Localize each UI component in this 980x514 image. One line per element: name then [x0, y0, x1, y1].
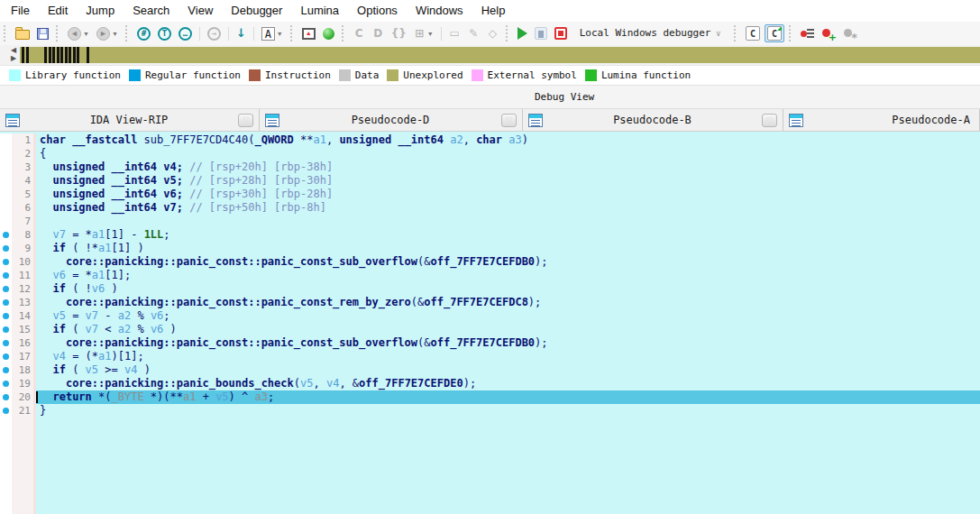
menu-jump[interactable]: Jump [77, 0, 124, 22]
code-text[interactable]: { [36, 147, 980, 161]
tab-debug-view[interactable]: Debug View [535, 86, 594, 109]
breakpoint-margin[interactable] [0, 133, 12, 147]
annotate-button[interactable]: ✎ [465, 25, 482, 42]
navigate-forward-button[interactable]: ►▼ [94, 25, 121, 42]
jump-to-address-button[interactable]: # [134, 25, 153, 42]
breakpoint-margin[interactable] [0, 215, 12, 228]
menu-windows[interactable]: Windows [407, 0, 472, 22]
breakpoint-dot-icon[interactable] [3, 245, 9, 252]
code-line[interactable]: 10 core::panicking::panic_const::panic_c… [0, 255, 980, 269]
code-text[interactable]: unsigned __int64 v6; // [rsp+30h] [rbp-2… [36, 188, 980, 201]
code-line[interactable]: 14 v5 = v7 - a2 % v6; [0, 309, 980, 323]
code-line[interactable]: 16 core::panicking::panic_const::panic_c… [0, 336, 980, 350]
breakpoint-dot-icon[interactable] [3, 259, 9, 265]
debugger-select[interactable]: Local Windows debugger∨ [572, 22, 729, 45]
code-line[interactable]: 15 if ( v7 < a2 % v6 ) [0, 323, 980, 336]
code-text[interactable]: core::panicking::panic_const::panic_cons… [36, 255, 980, 269]
code-line[interactable]: 11 v6 = *a1[1]; [0, 269, 980, 282]
breakpoint-dot-icon[interactable] [3, 286, 9, 292]
close-icon[interactable]: ✕ [762, 114, 777, 127]
breakpoint-margin[interactable] [0, 174, 12, 188]
struct-c-button[interactable]: C [351, 25, 368, 42]
breakpoint-margin[interactable] [0, 323, 12, 336]
run-until-return-button[interactable]: C [743, 24, 763, 42]
menu-debugger[interactable]: Debugger [222, 0, 291, 22]
breakpoint-margin[interactable] [0, 242, 12, 255]
continue-process-button[interactable] [515, 25, 530, 41]
code-text[interactable]: core::panicking::panic_bounds_check(v5, … [36, 377, 980, 390]
panel-titlebar-pseudocode-a[interactable]: Pseudocode-A [783, 109, 980, 131]
window-red-triangle-button[interactable]: ▲ [299, 26, 318, 41]
jump-to-string-button[interactable]: … [176, 25, 195, 42]
code-line[interactable]: 2{ [0, 147, 980, 161]
breakpoint-margin[interactable] [0, 282, 12, 296]
add-breakpoint-button[interactable] [819, 25, 838, 41]
save-file-button[interactable] [34, 26, 51, 41]
pause-process-button[interactable] [532, 25, 550, 41]
code-text[interactable]: if ( !v6 ) [36, 282, 980, 296]
code-text[interactable]: core::panicking::panic_const::panic_cons… [36, 296, 980, 309]
code-line[interactable]: 21} [0, 404, 980, 418]
breakpoint-dot-icon[interactable] [3, 299, 9, 306]
code-text[interactable]: v5 = v7 - a2 % v6; [36, 309, 980, 323]
code-line[interactable]: 12 if ( !v6 ) [0, 282, 980, 296]
code-line[interactable]: 1char __fastcall sub_7FF7E7CD4C40(_QWORD… [0, 133, 980, 147]
lumina-status-icon[interactable] [320, 26, 337, 41]
breakpoint-margin[interactable] [0, 363, 12, 377]
panel-titlebar-pseudocode-b[interactable]: Pseudocode-B✕ [523, 109, 783, 131]
chevron-down-icon[interactable]: ▼ [277, 31, 283, 37]
code-text[interactable]: if ( v7 < a2 % v6 ) [36, 323, 980, 336]
breakpoint-dot-icon[interactable] [3, 272, 9, 279]
breakpoint-dot-icon[interactable] [3, 367, 9, 373]
data-d-button[interactable]: D [370, 25, 387, 42]
code-text[interactable]: v6 = *a1[1]; [36, 269, 980, 282]
code-line[interactable]: 5 unsigned __int64 v6; // [rsp+30h] [rbp… [0, 188, 980, 201]
menu-lumina[interactable]: Lumina [291, 0, 348, 22]
breakpoint-margin[interactable] [0, 296, 12, 309]
code-text[interactable]: char __fastcall sub_7FF7E7CD4C40(_QWORD … [36, 133, 980, 147]
navband-scroll-arrows[interactable]: ◀▶ [7, 46, 20, 64]
breakpoint-margin[interactable] [0, 255, 12, 269]
breakpoint-margin[interactable] [0, 404, 12, 418]
code-text[interactable]: core::panicking::panic_const::panic_cons… [36, 336, 980, 350]
code-text[interactable]: unsigned __int64 v4; // [rsp+20h] [rbp-3… [36, 161, 980, 174]
menu-file[interactable]: File [2, 0, 39, 22]
breakpoint-dot-icon[interactable] [3, 394, 9, 400]
ascii-strings-button[interactable]: A▼ [259, 25, 286, 42]
breakpoint-margin[interactable] [0, 188, 12, 201]
code-line[interactable]: 7 [0, 215, 980, 228]
breakpoint-dot-icon[interactable] [3, 381, 9, 387]
code-text[interactable]: return *(_BYTE *)(**a1 + v5) ^ a3; [36, 390, 980, 404]
code-text[interactable]: unsigned __int64 v7; // [rsp+50h] [rbp-8… [36, 201, 980, 215]
code-line[interactable]: 18 if ( v5 >= v4 ) [0, 363, 980, 377]
code-line[interactable]: 8 v7 = *a1[1] - 1LL; [0, 228, 980, 242]
breakpoint-margin[interactable] [0, 269, 12, 282]
breakpoint-dot-icon[interactable] [3, 340, 9, 346]
pseudocode-view[interactable]: 1char __fastcall sub_7FF7E7CD4C40(_QWORD… [0, 132, 980, 514]
code-text[interactable]: v7 = *a1[1] - 1LL; [36, 228, 980, 242]
new-subview-button[interactable]: ⊞▼ [411, 25, 436, 42]
code-line[interactable]: 3 unsigned __int64 v4; // [rsp+20h] [rbp… [0, 161, 980, 174]
breakpoint-margin[interactable] [0, 350, 12, 363]
code-line[interactable]: 19 core::panicking::panic_bounds_check(v… [0, 377, 980, 390]
chevron-down-icon[interactable]: ▼ [427, 31, 434, 37]
code-line[interactable]: 9 if ( !*a1[1] ) [0, 242, 980, 255]
breakpoint-dot-icon[interactable] [3, 326, 9, 333]
code-line[interactable]: 4 unsigned __int64 v5; // [rsp+28h] [rbp… [0, 174, 980, 188]
run-to-cursor-button[interactable]: C [765, 24, 784, 42]
breakpoint-margin[interactable] [0, 336, 12, 350]
breakpoint-dot-icon[interactable] [3, 232, 9, 238]
code-text[interactable]: unsigned __int64 v5; // [rsp+28h] [rbp-3… [36, 174, 980, 188]
breakpoint-margin[interactable] [0, 377, 12, 390]
code-line[interactable]: 13 core::panicking::panic_const::panic_c… [0, 296, 980, 309]
open-file-button[interactable] [13, 25, 32, 41]
breakpoint-margin[interactable] [0, 201, 12, 215]
breakpoint-margin[interactable] [0, 228, 12, 242]
jump-by-name-button[interactable]: T [155, 25, 174, 42]
menu-search[interactable]: Search [124, 0, 179, 22]
breakpoint-margin[interactable] [0, 309, 12, 323]
panel-titlebar-pseudocode-d[interactable]: Pseudocode-D✕ [260, 109, 523, 131]
breakpoint-margin[interactable] [0, 390, 12, 404]
jump-down-button[interactable]: ↓ [234, 24, 249, 42]
jump-to-xref-button[interactable]: → [205, 25, 224, 42]
